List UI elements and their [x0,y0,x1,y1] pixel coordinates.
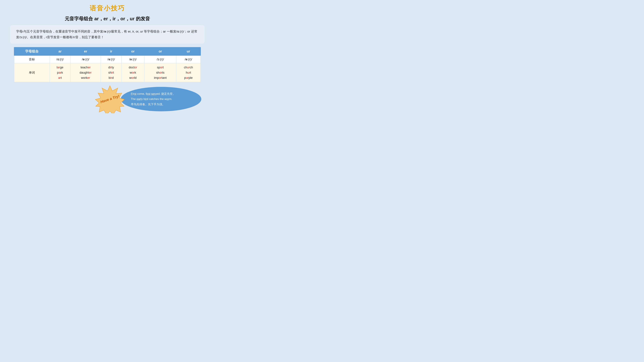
phonetic-ar: /ɑ:(r)/ [50,55,70,63]
word-shirt: shirt [102,70,120,75]
phonetic-ir: /ə:(r)/ [101,55,122,63]
word-world: world [123,75,143,80]
word-row: 单词 large park art teacher daughter worke… [14,63,201,82]
word-daughter: daughter [72,70,100,75]
page-title: 语音小技巧 [10,4,205,12]
col-header-ar: ar [50,47,70,55]
word-large: large [51,65,69,70]
page: 语音小技巧 元音字母组合 ar，er，ir，or，ur 的发音 字母r与五个元音… [0,0,215,121]
word-doctor: doctor [123,65,143,70]
words-or1: doctor work world [122,63,144,82]
description-box: 字母r与五个元音字母组合，在重读音节中发不同的音，其中发/ə:(r)/最常见，有… [10,25,205,44]
words-er: teacher daughter worker [70,63,101,82]
col-header-label: 字母组合 [14,47,50,55]
words-or2: sport shorts important [144,63,176,82]
subtitle: 元音字母组合 ar，er，ir，or，ur 的发音 [10,15,205,22]
col-header-or2: or [144,47,176,55]
phonetic-or1: /ə:(r)/ [122,55,144,63]
description-text: 字母r与五个元音字母组合，在重读音节中发不同的音，其中发/ə:(r)/最常见，有… [16,30,198,39]
col-header-er: er [70,47,101,55]
word-worker: worker [72,75,100,80]
phonics-table: 字母组合 ar er ir or or ur 音标 /ɑ:(r)/ /ə:(r)… [14,47,201,82]
word-art: art [51,75,69,80]
word-bird: bird [102,75,120,80]
words-ur: church hurt purple [176,63,201,82]
bubble-line-1: First come, first served. 捷足先登。 [131,92,176,95]
word-purple: purple [177,75,200,80]
word-important: important [146,75,175,80]
phonetic-label: 音标 [14,55,50,63]
bottom-section: Have a Try! First come, first served. 捷足… [10,85,205,113]
speech-bubble: First come, first served. 捷足先登。 The earl… [121,87,201,111]
speech-bubble-content: First come, first served. 捷足先登。 The earl… [131,91,176,107]
word-hurt: hurt [177,70,200,75]
bubble-line-2: The early bird catches the worm. [131,97,172,101]
phonetic-row: 音标 /ɑ:(r)/ /ə:(r)/ /ə:(r)/ /ə:(r)/ /ɔ:(r… [14,55,201,63]
phonetic-or2: /ɔ:(r)/ [144,55,176,63]
words-ar: large park art [50,63,70,82]
words-ir: dirty shirt bird [101,63,122,82]
col-header-ur: ur [176,47,201,55]
word-teacher: teacher [72,65,100,70]
word-work: work [123,70,143,75]
col-header-or1: or [122,47,144,55]
word-church: church [177,65,200,70]
word-shorts: shorts [146,70,175,75]
word-dirty: dirty [102,65,120,70]
starburst: Have a Try! [94,85,126,113]
table-header-row: 字母组合 ar er ir or or ur [14,47,201,55]
phonetic-ur: /ə:(r)/ [176,55,201,63]
word-sport: sport [146,65,175,70]
bubble-line-3: 早鸟先得食。先下手为强。 [131,103,165,106]
word-label: 单词 [14,63,50,82]
col-header-ir: ir [101,47,122,55]
phonetic-er: /ə:(r)/ [70,55,101,63]
table-section: 字母组合 ar er ir or or ur 音标 /ɑ:(r)/ /ə:(r)… [14,47,201,82]
word-park: park [51,70,69,75]
